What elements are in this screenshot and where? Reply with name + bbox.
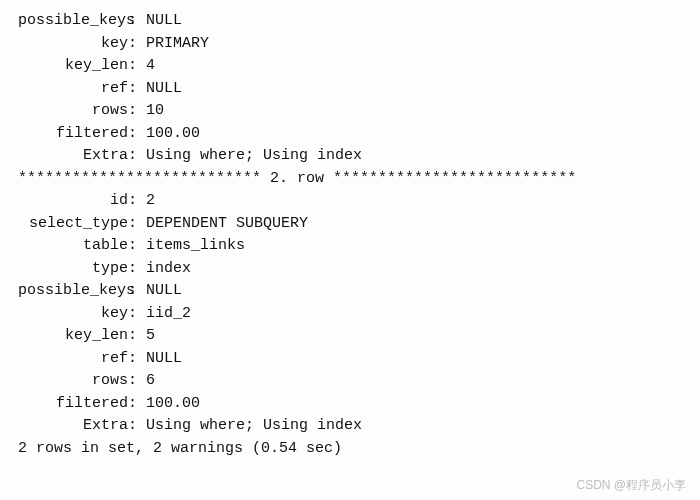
field-label: rows (18, 100, 128, 123)
explain-field-row: Extra: Using where; Using index (18, 145, 682, 168)
field-value: DEPENDENT SUBQUERY (146, 215, 308, 232)
field-value: NULL (146, 282, 182, 299)
explain-field-row: key_len: 4 (18, 55, 682, 78)
summary-line: 2 rows in set, 2 warnings (0.54 sec) (18, 438, 682, 461)
explain-field-row: rows: 6 (18, 370, 682, 393)
sep-stars: *************************** (333, 170, 576, 187)
sep-stars: *************************** (18, 170, 261, 187)
field-label: rows (18, 370, 128, 393)
field-value: 100.00 (146, 125, 200, 142)
field-value: 6 (146, 372, 155, 389)
explain-field-row: filtered: 100.00 (18, 123, 682, 146)
field-value: PRIMARY (146, 35, 209, 52)
field-value: 10 (146, 102, 164, 119)
explain-field-row: select_type: DEPENDENT SUBQUERY (18, 213, 682, 236)
field-label: filtered (18, 123, 128, 146)
field-value: index (146, 260, 191, 277)
field-value: Using where; Using index (146, 417, 362, 434)
explain-field-row: possible_keys: NULL (18, 280, 682, 303)
field-value: NULL (146, 80, 182, 97)
watermark: CSDN @程序员小李 (576, 476, 686, 494)
field-label: Extra (18, 145, 128, 168)
row-separator: *************************** 2. row *****… (18, 168, 682, 191)
field-label: filtered (18, 393, 128, 416)
explain-field-row: key: PRIMARY (18, 33, 682, 56)
field-label: id (18, 190, 128, 213)
field-label: key (18, 33, 128, 56)
field-value: 2 (146, 192, 155, 209)
field-value: 5 (146, 327, 155, 344)
explain-field-row: filtered: 100.00 (18, 393, 682, 416)
field-value: iid_2 (146, 305, 191, 322)
explain-field-row: key_len: 5 (18, 325, 682, 348)
explain-field-row: Extra: Using where; Using index (18, 415, 682, 438)
field-label: key_len (18, 55, 128, 78)
field-label: ref (18, 78, 128, 101)
explain-field-row: type: index (18, 258, 682, 281)
field-label: possible_keys (18, 10, 128, 33)
field-label: key (18, 303, 128, 326)
field-value: 100.00 (146, 395, 200, 412)
field-value: items_links (146, 237, 245, 254)
explain-field-row: rows: 10 (18, 100, 682, 123)
field-label: key_len (18, 325, 128, 348)
explain-field-row: possible_keys: NULL (18, 10, 682, 33)
field-value: 4 (146, 57, 155, 74)
mysql-explain-output: possible_keys: NULL key: PRIMARY key_len… (18, 10, 682, 460)
field-value: NULL (146, 12, 182, 29)
explain-field-row: key: iid_2 (18, 303, 682, 326)
sep-label: 2. row (270, 170, 324, 187)
field-label: type (18, 258, 128, 281)
field-label: table (18, 235, 128, 258)
explain-field-row: id: 2 (18, 190, 682, 213)
field-label: select_type (18, 213, 128, 236)
field-label: possible_keys (18, 280, 128, 303)
explain-field-row: ref: NULL (18, 78, 682, 101)
explain-field-row: table: items_links (18, 235, 682, 258)
explain-field-row: ref: NULL (18, 348, 682, 371)
field-label: ref (18, 348, 128, 371)
field-value: NULL (146, 350, 182, 367)
field-value: Using where; Using index (146, 147, 362, 164)
field-label: Extra (18, 415, 128, 438)
